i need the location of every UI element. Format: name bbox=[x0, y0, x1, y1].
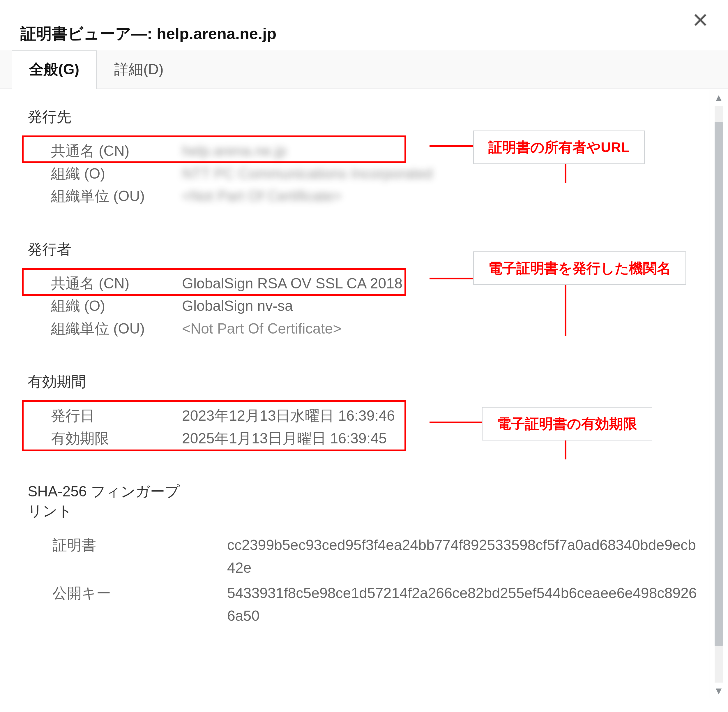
issued-to-ou-value: <Not Part Of Certificate> bbox=[182, 185, 341, 208]
annotation-issued-to: 証明書の所有者やURL bbox=[473, 131, 645, 164]
issued-to-ou-label: 組織単位 (OU) bbox=[51, 185, 182, 208]
fp-cert-label: 証明書 bbox=[52, 534, 227, 557]
content-panel: 発行先 共通名 (CN) help.arena.ne.jp 組織 (O) NTT… bbox=[0, 90, 709, 699]
window-title: 証明書ビューア―: help.arena.ne.jp bbox=[21, 23, 276, 44]
scroll-up-icon[interactable]: ▲ bbox=[709, 93, 728, 102]
fp-pubkey-label: 公開キー bbox=[52, 582, 227, 605]
validity-issued-label: 発行日 bbox=[51, 405, 182, 427]
annotation-validity: 電子証明書の有効期限 bbox=[482, 407, 652, 441]
issued-to-section: 発行先 共通名 (CN) help.arena.ne.jp 組織 (O) NTT… bbox=[28, 107, 700, 208]
tab-general[interactable]: 全般(G) bbox=[12, 50, 97, 89]
fingerprints-section: SHA-256 フィンガープリント 証明書 cc2399b5ec93ced95f… bbox=[28, 482, 700, 627]
annotation-issuer: 電子証明書を発行した機関名 bbox=[473, 251, 686, 285]
validity-expires-label: 有効期限 bbox=[51, 427, 182, 450]
validity-section: 有効期間 発行日 2023年12月13日水曜日 16:39:46 有効期限 20… bbox=[28, 372, 700, 450]
issuer-ou-value: <Not Part Of Certificate> bbox=[182, 317, 341, 340]
title-bar: 証明書ビューア―: help.arena.ne.jp ✕ bbox=[0, 0, 728, 51]
issued-to-o-value: NTT PC Communications Incorporated bbox=[182, 163, 433, 185]
validity-heading: 有効期間 bbox=[28, 372, 700, 392]
issued-to-o-label: 組織 (O) bbox=[51, 163, 182, 185]
issuer-o-value: GlobalSign nv-sa bbox=[182, 295, 293, 317]
scroll-down-icon[interactable]: ▼ bbox=[709, 686, 728, 696]
tab-details[interactable]: 詳細(D) bbox=[97, 50, 181, 89]
issuer-o-label: 組織 (O) bbox=[51, 295, 182, 317]
issuer-cn-value: GlobalSign RSA OV SSL CA 2018 bbox=[182, 272, 402, 295]
fp-pubkey-value: 5433931f8c5e98ce1d57214f2a266ce82bd255ef… bbox=[227, 582, 700, 627]
fp-cert-value: cc2399b5ec93ced95f3f4ea24bb774f892533598… bbox=[227, 534, 700, 579]
fingerprints-heading: SHA-256 フィンガープリント bbox=[28, 482, 188, 521]
title-domain: help.arena.ne.jp bbox=[157, 25, 276, 42]
tab-bar: 全般(G) 詳細(D) bbox=[0, 50, 728, 89]
title-prefix: 証明書ビューア―: bbox=[21, 25, 157, 42]
close-icon[interactable]: ✕ bbox=[689, 10, 712, 31]
issued-to-cn-label: 共通名 (CN) bbox=[51, 140, 182, 163]
issuer-section: 発行者 共通名 (CN) GlobalSign RSA OV SSL CA 20… bbox=[28, 240, 700, 340]
issuer-ou-label: 組織単位 (OU) bbox=[51, 317, 182, 340]
issued-to-heading: 発行先 bbox=[28, 107, 700, 127]
validity-expires-value: 2025年1月13日月曜日 16:39:45 bbox=[182, 427, 387, 450]
validity-issued-value: 2023年12月13日水曜日 16:39:46 bbox=[182, 405, 395, 427]
scroll-thumb[interactable] bbox=[715, 122, 723, 646]
issued-to-cn-value: help.arena.ne.jp bbox=[182, 140, 287, 163]
scrollbar[interactable]: ▲ ▼ bbox=[709, 90, 728, 699]
issuer-cn-label: 共通名 (CN) bbox=[51, 272, 182, 295]
